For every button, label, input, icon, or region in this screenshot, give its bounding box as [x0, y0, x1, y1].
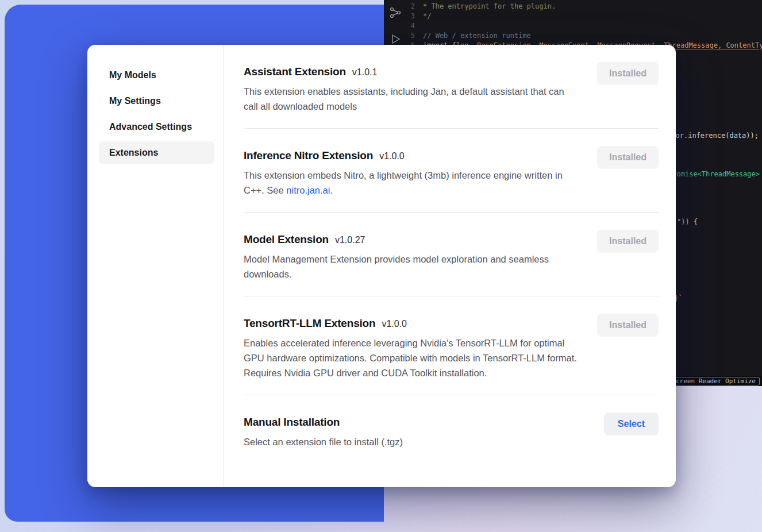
code-text: */ [423, 12, 431, 20]
extension-version: v1.0.0 [382, 319, 407, 329]
extension-title: Assistant Extension [244, 65, 346, 78]
extension-description: Model Management Extension provides mode… [244, 252, 579, 282]
extension-row-assistant: Assistant Extension v1.0.1 This extensio… [244, 45, 659, 129]
extensions-settings-modal: My Models My Settings Advanced Settings … [87, 45, 676, 487]
extension-title-row: Model Extension v1.0.27 [244, 233, 579, 246]
code-fragment: ")) { [677, 218, 698, 226]
extension-version: v1.0.27 [335, 235, 365, 245]
sidebar-item-my-settings[interactable]: My Settings [99, 90, 214, 113]
description-text: Enables accelerated inference leveraging… [244, 338, 577, 378]
extension-info: Assistant Extension v1.0.1 This extensio… [244, 65, 579, 114]
code-line: 3 */ [407, 11, 762, 21]
extension-title: Model Extension [244, 233, 329, 246]
code-fragment: Promise<ThreadMessage> [668, 170, 760, 178]
line-number: 3 [407, 12, 423, 20]
extension-info: Inference Nitro Extension v1.0.0 This ex… [244, 149, 579, 198]
extension-version: v1.0.1 [352, 67, 378, 78]
sidebar-item-advanced-settings[interactable]: Advanced Settings [99, 115, 214, 138]
extension-description: This extension enables assistants, inclu… [244, 84, 579, 114]
line-number: 4 [407, 22, 423, 30]
extension-description: This extension embeds Nitro, a lightweig… [244, 168, 579, 198]
code-line: 4 [407, 21, 762, 30]
code-lines: 2 * The entrypoint for the plugin. 3 */ … [407, 1, 762, 50]
manual-installation-row: Manual Installation Select an extension … [244, 395, 659, 464]
description-text: Model Management Extension provides mode… [244, 254, 549, 279]
code-fragment: rator.inference(data)); [663, 132, 759, 140]
extension-title-row: TensortRT-LLM Extension v1.0.0 [244, 317, 579, 330]
installed-button[interactable]: Installed [597, 62, 659, 85]
extension-title: Inference Nitro Extension [244, 149, 373, 162]
code-text: * The entrypoint for the plugin. [423, 2, 556, 10]
select-file-button[interactable]: Select [604, 413, 659, 435]
description-text: This extension enables assistants, inclu… [244, 86, 564, 111]
extension-title-row: Assistant Extension v1.0.1 [244, 65, 579, 78]
code-text: // Web / extension runtime [423, 32, 531, 40]
extension-row-model: Model Extension v1.0.27 Model Management… [244, 213, 659, 296]
extension-row-inference-nitro: Inference Nitro Extension v1.0.0 This ex… [244, 129, 659, 213]
extension-title: TensortRT-LLM Extension [244, 317, 375, 330]
code-line: 5 // Web / extension runtime [407, 30, 762, 40]
settings-sidebar: My Models My Settings Advanced Settings … [87, 45, 224, 487]
line-number: 5 [407, 32, 423, 40]
installed-button[interactable]: Installed [597, 314, 659, 337]
manual-installation-description: Select an extension file to install (.tg… [244, 434, 403, 449]
extension-info: Manual Installation Select an extension … [244, 416, 403, 449]
extension-version: v1.0.0 [379, 151, 405, 161]
manual-installation-title: Manual Installation [244, 416, 340, 429]
installed-button[interactable]: Installed [597, 146, 659, 169]
sidebar-item-extensions[interactable]: Extensions [99, 141, 214, 164]
sidebar-item-my-models[interactable]: My Models [99, 64, 214, 87]
extension-row-tensorrt-llm: TensortRT-LLM Extension v1.0.0 Enables a… [244, 296, 659, 395]
extension-info: Model Extension v1.0.27 Model Management… [244, 233, 579, 282]
extension-info: TensortRT-LLM Extension v1.0.0 Enables a… [244, 317, 579, 380]
code-line: 2 * The entrypoint for the plugin. [407, 1, 762, 11]
installed-button[interactable]: Installed [597, 230, 659, 253]
extension-title-row: Manual Installation [244, 416, 403, 429]
screen-reader-badge[interactable]: Screen Reader Optimize [668, 377, 760, 385]
extensions-list: Assistant Extension v1.0.1 This extensio… [224, 45, 676, 487]
extension-description: Enables accelerated inference leveraging… [244, 336, 579, 380]
nitro-jan-ai-link[interactable]: nitro.jan.ai. [286, 185, 333, 195]
run-debug-icon[interactable] [389, 33, 402, 45]
line-number: 2 [407, 2, 423, 10]
git-fork-icon[interactable] [389, 6, 402, 19]
extension-title-row: Inference Nitro Extension v1.0.0 [244, 149, 579, 162]
